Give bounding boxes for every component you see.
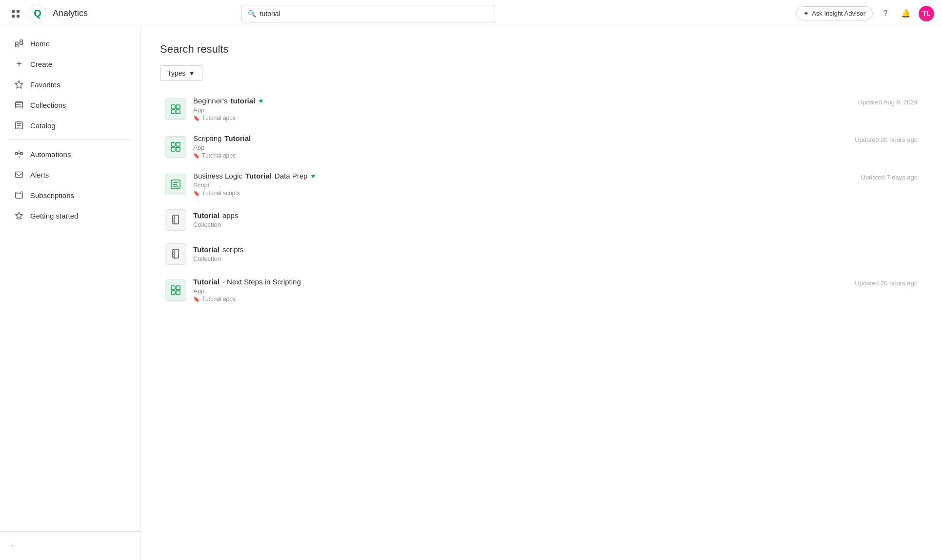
collapse-sidebar-button[interactable]: ← (8, 538, 132, 554)
collections-icon (14, 100, 24, 110)
sidebar-item-getting-started-label: Getting started (30, 212, 78, 220)
svg-rect-23 (176, 142, 180, 146)
sidebar-item-favorites[interactable]: Favorites (4, 74, 136, 95)
topbar: Q Analytics 🔍 ✦ Ask Insight Advisor ? 🔔 … (0, 0, 942, 27)
sidebar-item-alerts[interactable]: Alerts (4, 164, 136, 185)
result-date: Updated Aug 8, 2024 (848, 99, 918, 106)
title-highlight: Tutorial (193, 278, 220, 286)
sidebar-item-create[interactable]: + Create (4, 54, 136, 74)
insight-advisor-label: Ask Insight Advisor (812, 10, 865, 17)
sidebar-item-automations[interactable]: Automations (4, 144, 136, 164)
title-suffix: Data Prep (275, 172, 308, 180)
title-suffix: scripts (222, 245, 243, 254)
topbar-right: ✦ Ask Insight Advisor ? 🔔 TL (796, 6, 934, 21)
result-title: Tutorial apps (193, 211, 918, 220)
collection-icon: 🔖 (193, 296, 200, 302)
sidebar-divider-1 (8, 140, 132, 140)
types-filter-button[interactable]: Types ▼ (160, 65, 202, 81)
result-icon (165, 136, 186, 158)
result-body: Tutorial scripts Collection (193, 245, 918, 263)
favorites-icon (14, 79, 24, 90)
result-icon (165, 280, 186, 301)
list-item[interactable]: Scripting Tutorial App 🔖 Tutorial apps U… (160, 128, 922, 165)
svg-rect-6 (16, 42, 18, 44)
starred-icon: ★ (310, 172, 316, 180)
svg-rect-3 (17, 15, 20, 18)
svg-rect-24 (171, 147, 175, 151)
qlik-logo[interactable]: Q (28, 4, 47, 23)
list-item[interactable]: Beginner's tutorial★ App 🔖 Tutorial apps… (160, 91, 922, 127)
home-icon (14, 38, 24, 49)
title-highlight: Tutorial (245, 172, 272, 180)
result-title: Business Logic Tutorial Data Prep★ (193, 172, 851, 180)
result-type: App (193, 287, 845, 295)
collection-icon: 🔖 (193, 153, 200, 159)
title-prefix: Business Logic (193, 172, 242, 180)
sidebar-item-home-label: Home (30, 40, 50, 48)
alerts-icon (14, 169, 24, 180)
sidebar-item-subscriptions-label: Subscriptions (30, 191, 74, 200)
notifications-button[interactable]: 🔔 (898, 6, 914, 21)
sidebar-item-getting-started[interactable]: Getting started (4, 205, 136, 226)
sidebar-item-automations-label: Automations (30, 150, 71, 159)
svg-rect-20 (171, 110, 175, 114)
result-date: Updated 20 hours ago (845, 136, 918, 143)
svg-rect-19 (176, 105, 180, 109)
sidebar-item-favorites-label: Favorites (30, 80, 60, 89)
list-item[interactable]: Tutorial apps Collection (160, 203, 922, 237)
user-avatar[interactable]: TL (919, 6, 934, 21)
svg-rect-8 (16, 45, 18, 47)
title-highlight: Tutorial (193, 211, 220, 220)
result-icon (165, 243, 186, 265)
subscriptions-icon (14, 190, 24, 200)
starred-icon: ★ (258, 97, 264, 104)
result-date: Updated 20 hours ago (845, 280, 918, 287)
sidebar-item-home[interactable]: Home (4, 33, 136, 54)
collection-icon: 🔖 (193, 115, 200, 121)
grid-menu-icon[interactable] (8, 6, 23, 21)
avatar-initials: TL (922, 10, 930, 17)
title-suffix: - Next Steps in Scripting (222, 278, 301, 286)
types-label: Types (167, 69, 185, 77)
result-body: Business Logic Tutorial Data Prep★ Scrip… (193, 172, 851, 197)
app-title: Analytics (53, 8, 88, 19)
list-item[interactable]: Tutorial scripts Collection (160, 238, 922, 271)
page-title: Search results (160, 43, 922, 56)
svg-rect-1 (17, 10, 20, 13)
svg-marker-10 (15, 81, 22, 88)
search-input[interactable] (260, 10, 489, 18)
result-body: Tutorial - Next Steps in Scripting App 🔖… (193, 278, 845, 302)
search-bar[interactable]: 🔍 (241, 5, 495, 22)
catalog-icon (14, 120, 24, 131)
svg-rect-18 (171, 105, 175, 109)
list-item[interactable]: Tutorial - Next Steps in Scripting App 🔖… (160, 272, 922, 308)
svg-rect-29 (171, 291, 175, 295)
title-prefix: Scripting (193, 134, 221, 142)
svg-rect-9 (20, 40, 22, 42)
svg-rect-2 (12, 15, 15, 18)
sidebar-item-subscriptions[interactable]: Subscriptions (4, 185, 136, 205)
svg-rect-21 (176, 110, 180, 114)
svg-rect-14 (20, 152, 23, 155)
svg-rect-28 (176, 286, 180, 290)
sidebar-item-catalog[interactable]: Catalog (4, 115, 136, 136)
result-body: Beginner's tutorial★ App 🔖 Tutorial apps (193, 97, 848, 121)
list-item[interactable]: Business Logic Tutorial Data Prep★ Scrip… (160, 166, 922, 202)
svg-rect-0 (12, 10, 15, 13)
svg-rect-7 (20, 42, 22, 44)
help-button[interactable]: ? (878, 6, 893, 21)
collection-icon: 🔖 (193, 190, 200, 197)
svg-rect-27 (171, 286, 175, 290)
sidebar-item-collections[interactable]: Collections (4, 95, 136, 115)
result-type: App (193, 144, 845, 151)
title-highlight: Tutorial (224, 134, 251, 142)
title-highlight: tutorial (230, 97, 255, 105)
automations-icon (14, 149, 24, 160)
title-prefix: Beginner's (193, 97, 227, 105)
help-icon: ? (883, 9, 888, 18)
title-suffix: apps (222, 211, 239, 220)
result-title: Tutorial - Next Steps in Scripting (193, 278, 845, 286)
svg-rect-15 (16, 172, 23, 178)
insight-advisor-button[interactable]: ✦ Ask Insight Advisor (796, 6, 873, 20)
result-title: Tutorial scripts (193, 245, 918, 254)
